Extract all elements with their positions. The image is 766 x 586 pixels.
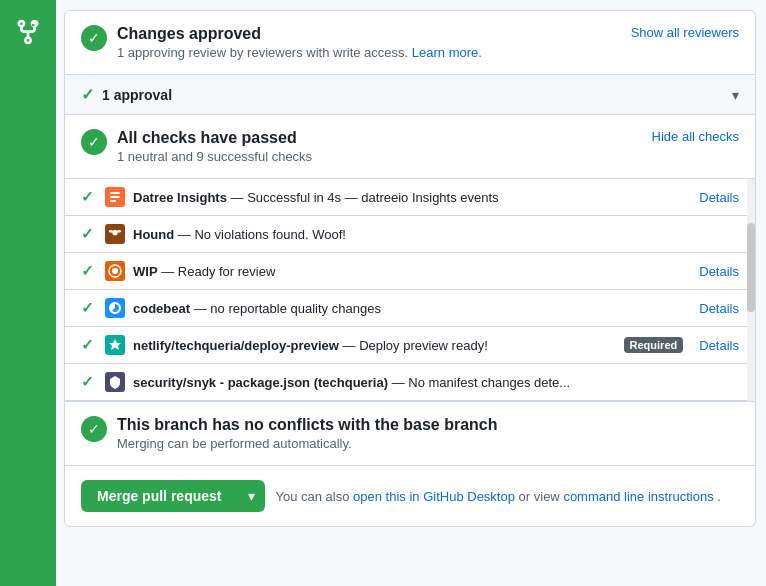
wip-details-link[interactable]: Details — [699, 264, 739, 279]
svg-point-7 — [112, 268, 118, 274]
check-pass-icon: ✓ — [81, 225, 97, 243]
merge-pull-request-button[interactable]: Merge pull request — [81, 480, 237, 512]
changes-approved-section: ✓ Changes approved 1 approving review by… — [65, 11, 755, 75]
check-row-text: security/snyk - package.json (techqueria… — [133, 375, 739, 390]
merge-text: You can also open this in GitHub Desktop… — [275, 489, 739, 504]
codebeat-details-link[interactable]: Details — [699, 301, 739, 316]
table-row: ✓ WIP — Ready for review Details — [65, 253, 755, 290]
main-content: ✓ Changes approved 1 approving review by… — [64, 10, 756, 527]
wip-logo — [105, 261, 125, 281]
no-conflicts-content: This branch has no conflicts with the ba… — [117, 416, 739, 451]
checks-subtitle: 1 neutral and 9 successful checks — [117, 149, 642, 164]
open-github-desktop-link[interactable]: open this in GitHub Desktop — [353, 489, 515, 504]
svg-rect-1 — [110, 196, 120, 198]
check-pass-icon: ✓ — [81, 262, 97, 280]
approved-title: Changes approved — [117, 25, 621, 43]
table-row: ✓ Hound — No violations found. Woof! — [65, 216, 755, 253]
check-row-text: WIP — Ready for review — [133, 264, 683, 279]
learn-more-link[interactable]: Learn more. — [412, 45, 482, 60]
netlify-details-link[interactable]: Details — [699, 338, 739, 353]
check-row-text: codebeat — no reportable quality changes — [133, 301, 683, 316]
check-pass-icon: ✓ — [81, 336, 97, 354]
hide-all-checks-link[interactable]: Hide all checks — [652, 129, 739, 144]
no-conflicts-section: ✓ This branch has no conflicts with the … — [65, 402, 755, 466]
hound-logo — [105, 224, 125, 244]
check-pass-icon: ✓ — [81, 373, 97, 391]
check-row-text: netlify/techqueria/deploy-preview — Depl… — [133, 338, 616, 353]
no-conflicts-icon: ✓ — [81, 416, 107, 442]
show-all-reviewers-link[interactable]: Show all reviewers — [631, 25, 739, 40]
scrollbar-thumb[interactable] — [747, 223, 755, 312]
netlify-logo — [105, 335, 125, 355]
checks-content: All checks have passed 1 neutral and 9 s… — [117, 129, 642, 164]
svg-point-3 — [112, 230, 117, 235]
checks-header-section: ✓ All checks have passed 1 neutral and 9… — [65, 115, 755, 179]
merge-button-group: Merge pull request ▾ — [81, 480, 265, 512]
no-conflicts-subtitle: Merging can be performed automatically. — [117, 436, 739, 451]
command-line-instructions-link[interactable]: command line instructions — [563, 489, 713, 504]
check-row-text: Hound — No violations found. Woof! — [133, 227, 739, 242]
svg-point-4 — [109, 230, 113, 233]
approval-label: 1 approval — [102, 87, 724, 103]
svg-rect-0 — [110, 192, 120, 194]
svg-point-5 — [117, 230, 121, 233]
codebeat-logo — [105, 298, 125, 318]
table-row: ✓ Datree Insights — Successful in 4s — d… — [65, 179, 755, 216]
scrollbar-track — [747, 179, 755, 401]
merge-section: Merge pull request ▾ You can also open t… — [65, 466, 755, 526]
approved-content: Changes approved 1 approving review by r… — [117, 25, 621, 60]
approval-check-icon: ✓ — [81, 85, 94, 104]
table-row: ✓ netlify/techqueria/deploy-preview — De… — [65, 327, 755, 364]
approved-subtitle: 1 approving review by reviewers with wri… — [117, 45, 621, 60]
snyk-logo — [105, 372, 125, 392]
sidebar — [0, 0, 56, 586]
checks-passed-icon: ✓ — [81, 129, 107, 155]
required-badge: Required — [624, 337, 684, 353]
check-pass-icon: ✓ — [81, 299, 97, 317]
approval-collapsible[interactable]: ✓ 1 approval ▾ — [65, 75, 755, 115]
table-row: ✓ security/snyk - package.json (techquer… — [65, 364, 755, 401]
checks-title: All checks have passed — [117, 129, 642, 147]
datree-logo — [105, 187, 125, 207]
table-row: ✓ codebeat — no reportable quality chang… — [65, 290, 755, 327]
datree-details-link[interactable]: Details — [699, 190, 739, 205]
svg-rect-2 — [110, 200, 116, 202]
checks-list: ✓ Datree Insights — Successful in 4s — d… — [65, 179, 755, 402]
check-row-text: Datree Insights — Successful in 4s — dat… — [133, 190, 683, 205]
chevron-down-icon: ▾ — [732, 87, 739, 103]
approved-check-icon: ✓ — [81, 25, 107, 51]
git-merge-icon — [14, 18, 42, 53]
no-conflicts-title: This branch has no conflicts with the ba… — [117, 416, 739, 434]
merge-dropdown-button[interactable]: ▾ — [237, 480, 265, 512]
check-pass-icon: ✓ — [81, 188, 97, 206]
